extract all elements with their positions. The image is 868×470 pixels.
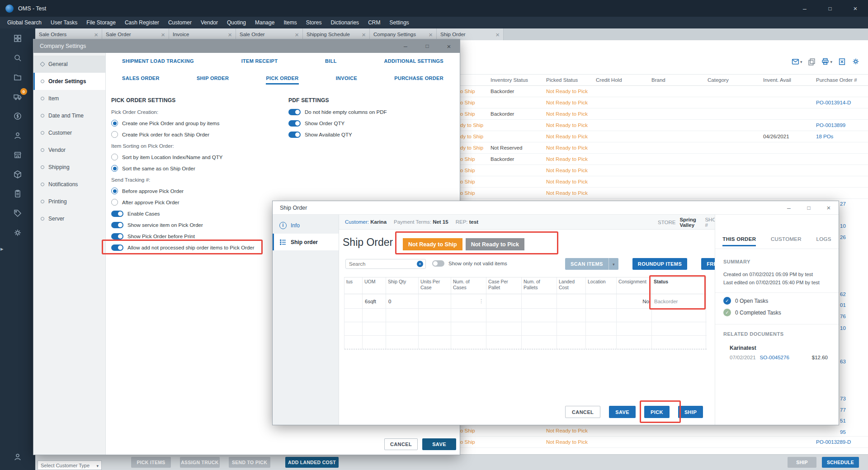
open-tasks-row[interactable]: 0 Open Tasks	[723, 297, 768, 305]
menu-item[interactable]: Global Search	[3, 17, 46, 28]
column-header[interactable]: UOM	[363, 277, 386, 294]
tab-close-icon[interactable]	[228, 31, 232, 38]
tab-close-icon[interactable]	[495, 31, 500, 38]
close-icon[interactable]	[438, 39, 460, 53]
maximize-icon[interactable]	[817, 0, 843, 17]
toggle-on-icon[interactable]	[111, 222, 123, 228]
menu-item[interactable]: CRM	[363, 17, 385, 28]
valid-items-filter[interactable]: Show only not valid items	[432, 260, 507, 267]
customer-type-select[interactable]: Select Customer Type	[38, 461, 102, 470]
radio-option[interactable]: Sort by item Location Index/Name and QTY	[111, 151, 306, 163]
pick-items-button[interactable]: PICK ITEMS	[131, 457, 171, 468]
chevron-down-icon[interactable]	[830, 58, 832, 65]
panel-expand-icon[interactable]	[0, 245, 4, 252]
close-icon[interactable]	[843, 0, 868, 17]
minimize-icon[interactable]	[395, 39, 416, 53]
toggle-on-icon[interactable]	[111, 211, 123, 217]
column-header[interactable]: Num. of Pallets	[522, 277, 557, 294]
column-header[interactable]: Brand	[651, 77, 708, 83]
close-icon[interactable]	[819, 201, 839, 214]
radio-selected-icon[interactable]	[111, 188, 118, 194]
schedule-button[interactable]: SCHEDULE	[822, 457, 859, 468]
radio-selected-icon[interactable]	[111, 120, 118, 127]
column-header[interactable]: Purchase Order #	[816, 77, 868, 83]
menu-item[interactable]: File Storage	[82, 17, 120, 28]
column-header[interactable]: Case Per Pallet	[486, 277, 522, 294]
cell-ship-qty[interactable]: 0	[386, 294, 419, 308]
po-link-fragment[interactable]: 01	[840, 302, 866, 310]
customer-value[interactable]: Karina	[370, 219, 387, 225]
po-link-fragment[interactable]: 27	[840, 201, 866, 208]
settings-tab[interactable]: PICK ORDER	[266, 75, 298, 85]
toggle-on-icon[interactable]	[288, 120, 301, 127]
settings-nav-item[interactable]: Customer	[33, 124, 105, 141]
cancel-button[interactable]: CANCEL	[565, 406, 600, 418]
cancel-button[interactable]: CANCEL	[384, 438, 418, 450]
radio-selected-icon[interactable]	[111, 165, 118, 172]
ship-button[interactable]: SHIP	[788, 457, 816, 468]
tab-close-icon[interactable]	[362, 31, 366, 38]
minimize-icon[interactable]	[779, 201, 799, 214]
tab-customer[interactable]: CUSTOMER	[771, 236, 802, 245]
settings-nav-item[interactable]: Notifications	[33, 176, 105, 193]
settings-nav-item[interactable]: Shipping	[33, 159, 105, 176]
column-header[interactable]: Ship Qty	[386, 277, 419, 294]
sidebar-payments-icon[interactable]	[0, 106, 35, 126]
toggle-row[interactable]: Do not hide empty columns on PDF	[288, 106, 438, 118]
po-link-fragment[interactable]: 63	[840, 359, 866, 366]
column-header[interactable]: Status	[652, 277, 706, 294]
column-header[interactable]: Units Per Case	[419, 277, 451, 294]
menu-item[interactable]: Cash Register	[120, 17, 164, 28]
sidebar-dashboard-icon[interactable]	[0, 28, 35, 48]
roundup-items-button[interactable]: ROUNDUP ITEMS	[632, 258, 687, 270]
settings-nav-item[interactable]: General	[33, 56, 105, 73]
po-link-fragment[interactable]: 73	[840, 396, 866, 403]
sidebar-inventory-icon[interactable]	[0, 164, 35, 184]
radio-unselected-icon[interactable]	[111, 154, 118, 160]
related-doc-link[interactable]: SO-0045276	[760, 355, 789, 360]
sidebar-tags-icon[interactable]	[0, 203, 35, 223]
toggle-on-icon[interactable]	[288, 109, 301, 115]
sidebar-files-icon[interactable]	[0, 67, 35, 87]
toggle-off-icon[interactable]	[432, 260, 444, 267]
cell-purchase-order[interactable]: 18 POs	[816, 134, 868, 139]
toggle-row[interactable]: Show Available QTY	[288, 129, 438, 140]
toggle-on-icon[interactable]	[111, 233, 123, 240]
column-header[interactable]: Landed Cost	[557, 277, 586, 294]
minimize-icon[interactable]	[792, 0, 817, 17]
tab-logs[interactable]: LOGS	[816, 236, 831, 245]
column-header[interactable]: Credit Hold	[596, 77, 651, 83]
tab-close-icon[interactable]	[94, 31, 98, 38]
menu-item[interactable]: Stores	[302, 17, 326, 28]
save-button[interactable]: SAVE	[609, 406, 636, 418]
radio-option[interactable]: Create Pick order for each Ship Order	[111, 129, 306, 140]
settings-tab[interactable]: SHIPMENT LOAD TRACKING	[122, 58, 194, 66]
cell-purchase-order[interactable]: PO-0013899	[816, 122, 868, 128]
column-header[interactable]: Picked Status	[546, 77, 596, 83]
scan-items-button[interactable]: SCAN ITEMS	[565, 258, 609, 270]
settings-tab[interactable]: INVOICE	[336, 75, 357, 85]
maximize-icon[interactable]	[799, 201, 819, 214]
nav-item-info[interactable]: Info	[273, 217, 339, 234]
cell-purchase-order[interactable]: PO-0013914-D	[816, 100, 868, 105]
menu-item[interactable]: Quoting	[222, 17, 250, 28]
settings-tab[interactable]: SALES ORDER	[122, 75, 160, 85]
menu-item[interactable]: User Tasks	[46, 17, 82, 28]
column-header[interactable]: tus	[344, 277, 363, 294]
duplicate-icon[interactable]	[808, 58, 816, 66]
sidebar-settings-icon[interactable]	[0, 223, 35, 242]
column-header[interactable]: Num. of Cases	[451, 277, 486, 294]
settings-nav-item[interactable]: Item	[33, 90, 105, 107]
toggle-row[interactable]: Show Order QTY	[288, 118, 438, 129]
sidebar-deliveries-icon[interactable]: 0	[0, 87, 35, 106]
po-link-fragment[interactable]: 62	[840, 291, 866, 299]
po-link-fragment[interactable]: 51	[840, 418, 866, 425]
row-menu-icon[interactable]	[479, 298, 484, 304]
dialog-titlebar[interactable]: Ship Order	[273, 201, 839, 215]
column-header[interactable]: Invent. Avail	[763, 77, 816, 83]
po-link-fragment[interactable]: 76	[840, 314, 866, 321]
sidebar-user-icon[interactable]	[0, 447, 35, 466]
po-link-fragment[interactable]: 10	[840, 325, 866, 333]
radio-option[interactable]: Create one Pick Order and group by items	[111, 118, 306, 129]
cell-purchase-order[interactable]: PO-0013289-D	[816, 439, 868, 445]
